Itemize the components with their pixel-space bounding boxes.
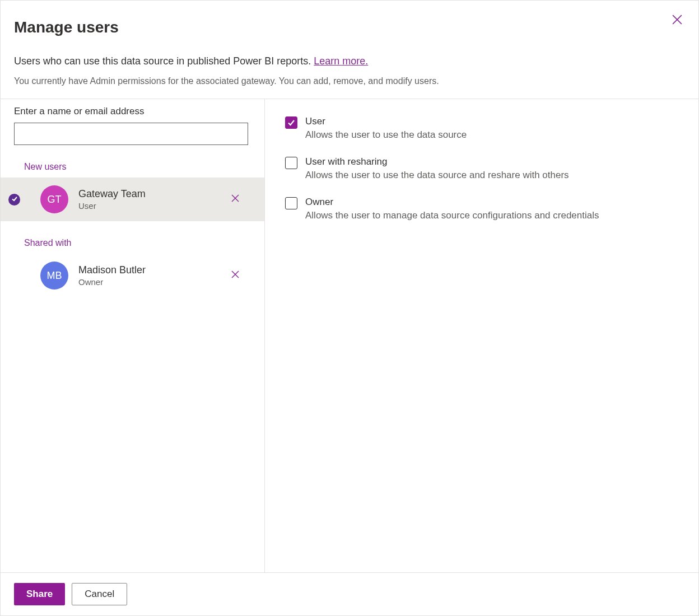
permission-label: User with resharing [305,156,569,167]
remove-user-button[interactable] [226,267,244,284]
permission-text: Owner Allows the user to manage data sou… [305,197,599,221]
user-role: Owner [78,277,146,287]
avatar: GT [40,185,68,213]
search-label: Enter a name or email address [14,106,251,117]
permission-checkbox-owner[interactable] [285,197,297,209]
permission-label: User [305,116,467,127]
avatar-initials: GT [48,194,62,206]
close-icon [231,194,240,205]
row-selected-indicator [8,194,20,206]
permission-row-user: User Allows the user to use the data sou… [285,116,678,141]
permission-text: User with resharing Allows the user to u… [305,156,569,181]
new-users-label: New users [1,145,264,178]
dialog-body: Enter a name or email address New users … [1,99,698,572]
search-block: Enter a name or email address [1,99,264,145]
users-pane: Enter a name or email address New users … [1,99,265,572]
learn-more-link[interactable]: Learn more. [314,55,368,67]
row-indicator-placeholder [8,270,20,282]
permission-desc: Allows the user to manage data source co… [305,210,599,221]
permission-checkbox-reshare[interactable] [285,157,297,169]
user-row[interactable]: MB Madison Butler Owner [1,254,264,297]
user-name: Madison Butler [78,264,146,276]
permission-label: Owner [305,197,599,208]
shared-with-label: Shared with [1,221,264,254]
avatar-initials: MB [47,270,62,282]
user-info: Madison Butler Owner [78,264,146,287]
permission-desc: Allows the user to use the data source [305,129,467,141]
dialog-header: Manage users Users who can use this data… [1,1,698,99]
description-text: Users who can use this data source in pu… [14,55,314,67]
user-name: Gateway Team [78,188,146,200]
avatar: MB [40,262,68,290]
remove-user-button[interactable] [226,190,244,208]
checkmark-icon [11,194,18,204]
dialog-description: Users who can use this data source in pu… [14,55,685,67]
user-info: Gateway Team User [78,188,146,211]
user-role: User [78,201,146,211]
close-button[interactable] [668,12,686,30]
close-icon [672,15,682,27]
checkmark-icon [287,119,295,127]
permission-text: User Allows the user to use the data sou… [305,116,467,141]
permission-row-owner: Owner Allows the user to manage data sou… [285,197,678,221]
permission-checkbox-user[interactable] [285,116,297,129]
close-icon [231,270,240,281]
dialog-title: Manage users [14,18,685,36]
permission-row-reshare: User with resharing Allows the user to u… [285,156,678,181]
permissions-pane: User Allows the user to use the data sou… [265,99,698,572]
permission-desc: Allows the user to use the data source a… [305,170,569,181]
cancel-button[interactable]: Cancel [72,583,127,605]
search-input[interactable] [14,123,248,145]
share-button[interactable]: Share [14,583,65,605]
dialog-subdescription: You currently have Admin permissions for… [14,76,685,86]
manage-users-dialog: Manage users Users who can use this data… [0,0,699,616]
user-row[interactable]: GT Gateway Team User [1,178,264,221]
dialog-footer: Share Cancel [1,572,698,615]
